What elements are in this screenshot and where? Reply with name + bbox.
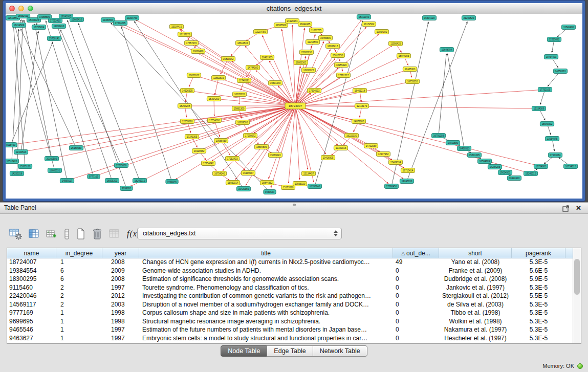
graph-node[interactable]: 14284205 [488, 165, 502, 169]
graph-node[interactable]: 19204750 [125, 16, 139, 20]
graph-node[interactable]: 19734403 [544, 55, 558, 59]
graph-node[interactable]: 18844362 [260, 181, 274, 185]
graph-node[interactable]: 25160650 [69, 146, 83, 150]
table-row[interactable]: 946362711997Embryonic stem cells: a mode… [7, 334, 573, 343]
graph-node[interactable]: 16754003 [534, 164, 548, 169]
graph-node[interactable]: 19864102 [375, 30, 388, 34]
graph-node[interactable]: 21240520 [462, 16, 475, 20]
graph-node[interactable]: 17010580 [446, 141, 460, 145]
graph-node[interactable]: 19501240 [268, 81, 282, 85]
graph-node[interactable]: 16818042 [221, 57, 235, 61]
graph-node[interactable]: 17604205 [113, 21, 127, 26]
graph-node[interactable]: 15801205 [467, 153, 481, 158]
graph-node[interactable]: 18304200 [207, 97, 221, 101]
graph-node[interactable]: 16157276 [178, 32, 191, 37]
graph-node[interactable]: 9777169 [88, 174, 100, 179]
graph-node[interactable]: 18724007 [285, 103, 306, 109]
graph-node[interactable]: 15154009 [532, 106, 546, 111]
delete-icon[interactable] [92, 228, 102, 240]
graph-node[interactable]: 20160505 [45, 157, 58, 161]
graph-node[interactable]: 14250318 [10, 171, 24, 176]
graph-node[interactable]: 21926974 [285, 19, 299, 24]
table-vertical-scrollbar[interactable] [573, 248, 581, 343]
table-row[interactable]: 911546021997Tourette syndrome. Phenomeno… [7, 283, 573, 292]
splitter-grip[interactable] [293, 204, 296, 206]
graph-node[interactable]: 17085036 [114, 163, 128, 168]
graph-node[interactable]: 18974303 [397, 54, 410, 58]
graph-node[interactable]: 12420513 [14, 150, 28, 155]
graph-node[interactable]: 17357070 [184, 41, 198, 46]
graph-node[interactable]: 19245036 [400, 179, 413, 184]
graph-node[interactable]: 20421935 [260, 55, 274, 60]
graph-node[interactable]: 16734012 [563, 164, 577, 169]
graph-node[interactable]: 15549302 [540, 122, 554, 126]
graph-node[interactable]: 19465590 [318, 36, 332, 40]
graph-node[interactable]: 19965430 [214, 139, 228, 143]
graph-node[interactable]: 16710414 [401, 168, 415, 173]
graph-node[interactable]: 14569117 [60, 179, 74, 183]
graph-node[interactable]: 17254842 [201, 161, 215, 166]
graph-node[interactable]: 16214509 [12, 23, 26, 28]
graph-node[interactable]: 15489334 [388, 160, 402, 165]
graph-node[interactable]: 15610750 [331, 53, 344, 58]
graph-node[interactable]: 18510420 [6, 159, 19, 164]
graph-node[interactable]: 19024501 [498, 170, 512, 175]
graph-node[interactable]: 18254208 [178, 104, 191, 108]
graph-node[interactable]: 15930014 [226, 181, 239, 185]
network-graph[interactable]: 1956550012214789186145451681804212652615… [6, 14, 582, 199]
graph-node[interactable]: 18755052 [405, 79, 419, 84]
graph-node[interactable]: 18245012 [133, 179, 146, 183]
graph-node[interactable]: 9463627 [264, 190, 276, 194]
graph-node[interactable]: 12740591 [237, 78, 251, 83]
graph-node[interactable]: 12116179 [355, 104, 368, 108]
zoom-window-button[interactable] [28, 6, 33, 11]
graph-node[interactable]: 11607705 [309, 28, 323, 33]
graph-node[interactable]: 19565500 [274, 23, 288, 28]
graph-node[interactable]: 12214590 [306, 40, 319, 45]
graph-node[interactable]: 19565020 [293, 182, 307, 186]
graph-node[interactable]: 15750141 [47, 36, 61, 41]
graph-node[interactable]: 12214789 [253, 30, 267, 34]
graph-node[interactable]: 16504120 [422, 16, 436, 20]
tab-network-table[interactable]: Network Table [313, 345, 367, 357]
graph-node[interactable]: 12659510 [180, 119, 194, 124]
column-header-in-degree[interactable]: in_degree [56, 248, 102, 258]
graph-node[interactable]: 16922410 [507, 176, 521, 181]
graph-node[interactable]: 16642435 [298, 22, 312, 27]
graph-node[interactable]: 19861300 [232, 106, 246, 111]
graph-node[interactable]: 19384554 [101, 18, 115, 23]
graph-node[interactable]: 16199547 [241, 171, 255, 176]
graph-node[interactable]: 19648794 [440, 48, 453, 52]
graph-node[interactable]: 16791203 [431, 134, 445, 138]
graph-node[interactable]: 12652615 [211, 76, 225, 80]
graph-node[interactable]: 16801562 [294, 60, 308, 65]
graph-node[interactable]: 11056425 [388, 41, 402, 46]
graph-node[interactable]: 18584805 [254, 145, 268, 149]
table-row[interactable]: 1830029562008Estimation of significance … [7, 275, 573, 283]
graph-node[interactable]: 12215082 [547, 37, 561, 42]
graph-node[interactable]: 17252403 [225, 157, 239, 161]
graph-node[interactable]: 16461218 [353, 89, 366, 93]
column-header-short[interactable]: short [439, 248, 512, 258]
graph-node[interactable]: 14872005 [352, 119, 365, 124]
graph-node[interactable]: 18312040 [357, 15, 371, 19]
graph-node[interactable]: 16584109 [477, 159, 491, 164]
column-header-title[interactable]: title [139, 248, 393, 258]
graph-node[interactable]: 18955420 [334, 63, 348, 68]
graph-node[interactable]: 17092450 [384, 184, 398, 189]
graph-node[interactable]: 12052410 [52, 24, 66, 29]
graph-node[interactable]: 9465546 [166, 180, 178, 184]
graph-node[interactable]: 18172502 [362, 22, 376, 27]
table-row[interactable]: 2242004622012Investigating the contribut… [7, 292, 573, 300]
graph-node[interactable]: 16222030 [344, 134, 358, 138]
table-row[interactable]: 977716911998Corpus callosum shape and si… [7, 309, 573, 317]
graph-node[interactable]: 14702039 [364, 144, 378, 148]
graph-node[interactable]: 18350240 [308, 184, 321, 189]
graph-node[interactable]: 17604523 [307, 89, 321, 93]
graph-node[interactable]: 18420513 [457, 146, 471, 151]
table-row[interactable]: 1872400712008Changes of HCN gene express… [7, 258, 573, 267]
graph-node[interactable]: 18835035 [232, 92, 246, 97]
graph-node[interactable]: 17241305 [185, 135, 199, 139]
table-settings-icon[interactable] [9, 228, 22, 240]
graph-node[interactable]: 18755204 [32, 25, 46, 30]
